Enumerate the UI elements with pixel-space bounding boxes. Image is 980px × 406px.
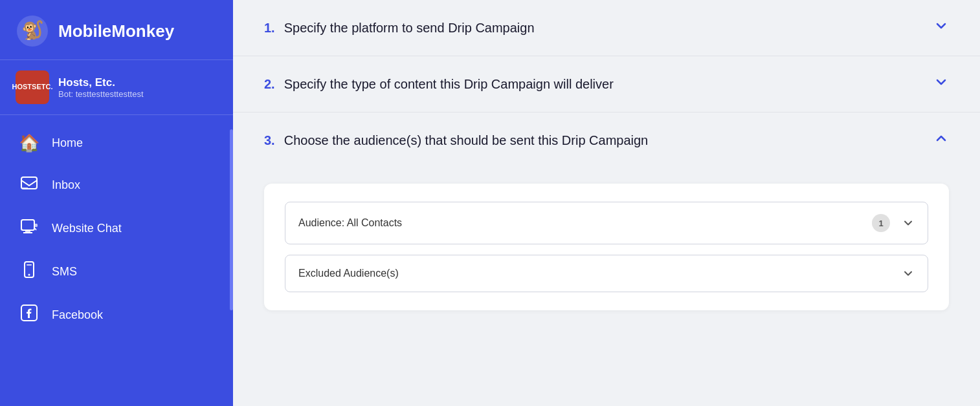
facebook-icon	[18, 304, 40, 326]
section-3-number: 3.	[264, 133, 275, 148]
section-1-number: 1.	[264, 21, 275, 36]
svg-text:🐒: 🐒	[21, 19, 44, 41]
sidebar-item-home[interactable]: 🏠 Home	[0, 123, 233, 164]
sidebar-item-facebook[interactable]: Facebook	[0, 294, 233, 337]
avatar: HOSTS ETC.	[16, 70, 49, 104]
svg-rect-5	[25, 230, 30, 232]
section-2-number: 2.	[264, 77, 275, 92]
section-2-text: Specify the type of content this Drip Ca…	[284, 77, 614, 92]
sidebar-item-label: Facebook	[52, 308, 103, 322]
section-1[interactable]: 1. Specify the platform to send Drip Cam…	[233, 0, 980, 56]
home-icon: 🏠	[18, 133, 40, 153]
audience-badge: 1	[872, 214, 890, 232]
sidebar-item-label: Website Chat	[52, 222, 122, 235]
audience-dropdown-label: Audience: All Contacts	[298, 217, 402, 229]
svg-point-9	[28, 274, 30, 276]
excluded-audience-dropdown[interactable]: Excluded Audience(s)	[285, 255, 928, 292]
excluded-dropdown-right	[902, 267, 915, 280]
sidebar-item-label: Inbox	[52, 178, 80, 192]
sidebar: 🐒 MobileMonkey HOSTS ETC. Hosts, Etc. Bo…	[0, 0, 233, 406]
section-2[interactable]: 2. Specify the type of content this Drip…	[233, 56, 980, 112]
excluded-dropdown-label: Excluded Audience(s)	[298, 268, 399, 279]
section-3-expanded: Audience: All Contacts 1 Excluded Audien…	[233, 168, 980, 331]
account-name: Hosts, Etc.	[58, 76, 144, 89]
sidebar-item-inbox[interactable]: Inbox	[0, 164, 233, 207]
svg-rect-7	[34, 224, 38, 227]
logo-icon: 🐒	[16, 14, 49, 48]
sidebar-item-sms[interactable]: SMS	[0, 250, 233, 294]
website-chat-icon	[18, 217, 40, 240]
account-info: Hosts, Etc. Bot: testtesttesttesttest	[58, 76, 144, 99]
section-3-text: Choose the audience(s) that should be se…	[284, 133, 649, 148]
sidebar-item-label: SMS	[52, 265, 77, 279]
account-section[interactable]: HOSTS ETC. Hosts, Etc. Bot: testtesttest…	[0, 60, 233, 115]
account-bot: Bot: testtesttesttesttest	[58, 89, 144, 99]
section-3[interactable]: 3. Choose the audience(s) that should be…	[233, 112, 980, 168]
sms-icon	[18, 261, 40, 283]
svg-rect-4	[21, 220, 34, 230]
section-3-wrapper: 3. Choose the audience(s) that should be…	[233, 112, 980, 331]
svg-rect-10	[27, 264, 32, 266]
audience-dropdown[interactable]: Audience: All Contacts 1	[285, 202, 928, 244]
sidebar-item-website-chat[interactable]: Website Chat	[0, 207, 233, 250]
inbox-icon	[18, 174, 40, 197]
audience-card: Audience: All Contacts 1 Excluded Audien…	[264, 184, 949, 310]
section-2-title: 2. Specify the type of content this Drip…	[264, 77, 614, 92]
logo-text: MobileMonkey	[58, 21, 174, 41]
nav-menu: 🏠 Home Inbox	[0, 115, 233, 345]
main-content: 1. Specify the platform to send Drip Cam…	[233, 0, 980, 406]
section-2-chevron	[933, 74, 949, 94]
audience-dropdown-right: 1	[872, 214, 915, 232]
logo-section: 🐒 MobileMonkey	[0, 0, 233, 60]
audience-chevron-icon	[902, 217, 915, 230]
section-3-title: 3. Choose the audience(s) that should be…	[264, 133, 648, 148]
section-1-text: Specify the platform to send Drip Campai…	[284, 21, 535, 36]
section-3-chevron	[933, 131, 949, 150]
scrollbar	[230, 129, 233, 310]
sidebar-item-label: Home	[52, 136, 83, 150]
svg-rect-2	[21, 177, 37, 189]
excluded-chevron-icon	[902, 267, 915, 280]
section-1-chevron	[933, 18, 949, 37]
section-1-title: 1. Specify the platform to send Drip Cam…	[264, 21, 535, 36]
